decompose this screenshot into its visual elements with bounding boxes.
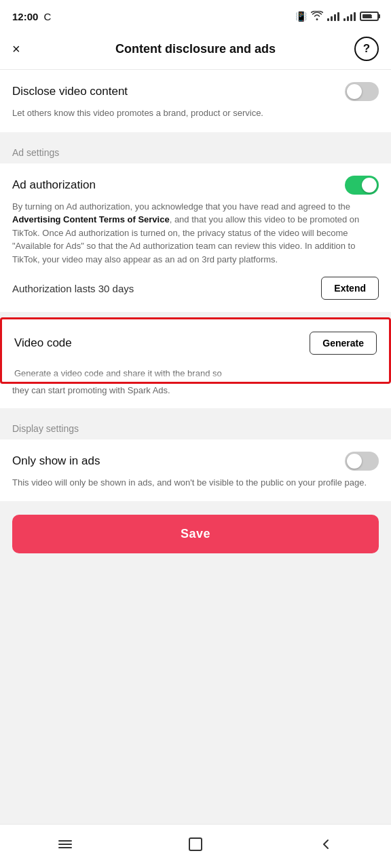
- only-show-in-ads-toggle[interactable]: [345, 452, 379, 471]
- battery-icon: 43: [360, 12, 379, 21]
- help-button[interactable]: ?: [354, 37, 379, 61]
- video-code-row: Video code Generate: [2, 319, 389, 367]
- battery-level: 43: [361, 13, 377, 20]
- only-show-toggle-row: Only show in ads: [12, 452, 379, 471]
- disclose-video-card: Disclose video content Let others know t…: [0, 70, 391, 132]
- back-nav-icon[interactable]: [312, 834, 339, 854]
- disclose-video-description: Let others know this video promotes a br…: [12, 106, 379, 120]
- home-nav-icon[interactable]: [182, 834, 209, 854]
- ad-auth-description: By turning on Ad authorization, you ackn…: [12, 200, 379, 267]
- ad-authorization-card: Ad authorization By turning on Ad author…: [0, 163, 391, 313]
- video-code-description-cut: Generate a video code and share it with …: [2, 367, 389, 382]
- toggle-knob: [362, 178, 377, 193]
- disclose-video-label: Disclose video content: [12, 85, 128, 98]
- generate-button[interactable]: Generate: [310, 332, 377, 355]
- wifi-icon: [311, 11, 323, 22]
- menu-nav-icon[interactable]: [52, 834, 79, 854]
- toggle-knob: [347, 84, 362, 99]
- toggle-knob: [347, 454, 362, 469]
- ad-auth-label: Ad authorization: [12, 178, 96, 192]
- signal-bars-1: [327, 12, 339, 21]
- spark-ads-card: they can start promoting with Spark Ads.: [0, 384, 391, 408]
- display-settings-section-label: Display settings: [0, 414, 391, 439]
- ad-auth-toggle-row: Ad authorization: [12, 176, 379, 195]
- auth-duration-label: Authorization lasts 30 days: [12, 283, 134, 294]
- signal-bars-2: [343, 12, 356, 21]
- video-code-label: Video code: [14, 336, 72, 350]
- status-charge: C: [43, 11, 51, 22]
- spark-ads-description: they can start promoting with Spark Ads.: [0, 384, 391, 408]
- close-button[interactable]: ×: [12, 41, 37, 57]
- page-title: Content disclosure and ads: [37, 42, 354, 56]
- auth-duration-row: Authorization lasts 30 days Extend: [12, 277, 379, 300]
- only-show-in-ads-card: Only show in ads This video will only be…: [0, 439, 391, 502]
- status-bar: 12:00 C 📳 43: [0, 0, 391, 30]
- extend-button[interactable]: Extend: [321, 277, 379, 300]
- save-button[interactable]: Save: [12, 515, 379, 553]
- status-icons: 📳 43: [295, 11, 379, 22]
- ad-auth-toggle[interactable]: [345, 176, 379, 195]
- only-show-in-ads-label: Only show in ads: [12, 454, 100, 468]
- disclose-video-toggle[interactable]: [345, 82, 379, 101]
- video-code-card: Video code Generate Generate a video cod…: [0, 317, 391, 384]
- save-button-wrapper: Save: [0, 507, 391, 561]
- disclose-toggle-row: Disclose video content: [12, 82, 379, 101]
- status-time: 12:00: [12, 11, 38, 22]
- ad-settings-section-label: Ad settings: [0, 138, 391, 163]
- only-show-in-ads-description: This video will only be shown in ads, an…: [12, 476, 379, 490]
- svg-rect-3: [189, 838, 202, 850]
- vibrate-icon: 📳: [295, 11, 307, 22]
- bottom-nav: [0, 824, 391, 868]
- tos-link[interactable]: Advertising Content Terms of Service: [12, 214, 170, 224]
- main-content: Disclose video content Let others know t…: [0, 70, 391, 824]
- header: × Content disclosure and ads ?: [0, 30, 391, 70]
